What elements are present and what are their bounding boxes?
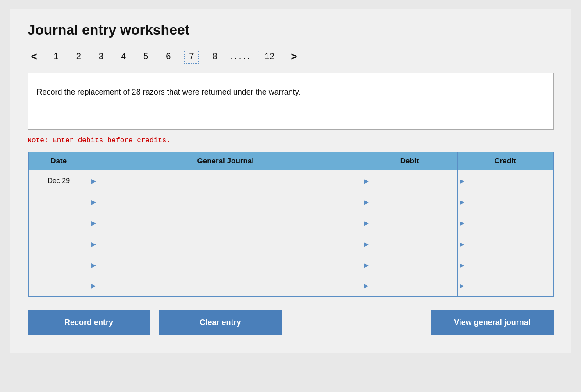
prev-arrow[interactable]: < bbox=[28, 49, 41, 64]
journal-cell-4[interactable]: ▶ bbox=[89, 254, 362, 275]
cell-arrow-icon: ▶ bbox=[362, 282, 369, 289]
view-journal-button[interactable]: View general journal bbox=[431, 310, 554, 335]
debit-cell-3[interactable]: ▶ bbox=[362, 233, 457, 254]
cell-arrow-icon: ▶ bbox=[89, 261, 96, 268]
date-cell-1 bbox=[28, 191, 89, 212]
page-3[interactable]: 3 bbox=[94, 49, 108, 63]
journal-input-2[interactable] bbox=[96, 212, 362, 233]
credit-cell-5[interactable]: ▶ bbox=[457, 275, 553, 297]
cell-arrow-icon: ▶ bbox=[362, 198, 369, 205]
description-box: Record the replacement of 28 razors that… bbox=[28, 73, 554, 130]
journal-input-3[interactable] bbox=[96, 233, 362, 254]
cell-arrow-icon: ▶ bbox=[458, 198, 464, 205]
page-title: Journal entry worksheet bbox=[28, 22, 554, 38]
cell-arrow-icon: ▶ bbox=[89, 177, 96, 184]
debit-input-3[interactable] bbox=[369, 233, 457, 254]
debit-input-2[interactable] bbox=[369, 212, 457, 233]
debit-cell-1[interactable]: ▶ bbox=[362, 191, 457, 212]
header-credit: Credit bbox=[457, 152, 553, 170]
journal-table: Date General Journal Debit Credit Dec 29… bbox=[28, 152, 554, 297]
clear-entry-button[interactable]: Clear entry bbox=[159, 310, 282, 335]
date-cell-0: Dec 29 bbox=[28, 170, 89, 191]
cell-arrow-icon: ▶ bbox=[458, 177, 464, 184]
debit-cell-5[interactable]: ▶ bbox=[362, 275, 457, 297]
record-entry-button[interactable]: Record entry bbox=[28, 310, 150, 335]
table-row: ▶▶▶ bbox=[28, 212, 553, 233]
journal-input-1[interactable] bbox=[96, 191, 362, 212]
header-debit: Debit bbox=[362, 152, 457, 170]
header-journal: General Journal bbox=[89, 152, 362, 170]
debit-input-0[interactable] bbox=[369, 170, 457, 191]
credit-cell-3[interactable]: ▶ bbox=[457, 233, 553, 254]
cell-arrow-icon: ▶ bbox=[362, 240, 369, 247]
header-date: Date bbox=[28, 152, 89, 170]
page-6[interactable]: 6 bbox=[161, 49, 175, 63]
journal-input-4[interactable] bbox=[96, 254, 362, 275]
table-row: ▶▶▶ bbox=[28, 275, 553, 297]
credit-cell-4[interactable]: ▶ bbox=[457, 254, 553, 275]
page-7[interactable]: 7 bbox=[184, 49, 199, 64]
debit-input-1[interactable] bbox=[369, 191, 457, 212]
credit-cell-1[interactable]: ▶ bbox=[457, 191, 553, 212]
debit-input-5[interactable] bbox=[369, 275, 457, 296]
credit-input-4[interactable] bbox=[464, 254, 553, 275]
journal-cell-2[interactable]: ▶ bbox=[89, 212, 362, 233]
credit-input-5[interactable] bbox=[464, 275, 553, 296]
journal-cell-1[interactable]: ▶ bbox=[89, 191, 362, 212]
journal-cell-5[interactable]: ▶ bbox=[89, 275, 362, 297]
pagination-ellipsis: ..... bbox=[231, 51, 252, 61]
table-row: ▶▶▶ bbox=[28, 191, 553, 212]
cell-arrow-icon: ▶ bbox=[89, 198, 96, 205]
debit-cell-0[interactable]: ▶ bbox=[362, 170, 457, 191]
page-5[interactable]: 5 bbox=[139, 49, 153, 63]
credit-input-0[interactable] bbox=[464, 170, 553, 191]
cell-arrow-icon: ▶ bbox=[362, 177, 369, 184]
page-1[interactable]: 1 bbox=[50, 49, 63, 63]
journal-input-5[interactable] bbox=[96, 275, 362, 296]
journal-cell-0[interactable]: ▶ bbox=[89, 170, 362, 191]
credit-cell-2[interactable]: ▶ bbox=[457, 212, 553, 233]
page-container: Journal entry worksheet < 1 2 3 4 5 6 7 … bbox=[10, 9, 571, 353]
cell-arrow-icon: ▶ bbox=[89, 219, 96, 226]
cell-arrow-icon: ▶ bbox=[458, 240, 464, 247]
journal-cell-3[interactable]: ▶ bbox=[89, 233, 362, 254]
date-cell-2 bbox=[28, 212, 89, 233]
page-12[interactable]: 12 bbox=[260, 49, 278, 63]
cell-arrow-icon: ▶ bbox=[89, 240, 96, 247]
page-8[interactable]: 8 bbox=[208, 49, 221, 63]
credit-input-3[interactable] bbox=[464, 233, 553, 254]
page-2[interactable]: 2 bbox=[72, 49, 86, 63]
cell-arrow-icon: ▶ bbox=[89, 282, 96, 289]
cell-arrow-icon: ▶ bbox=[362, 219, 369, 226]
cell-arrow-icon: ▶ bbox=[458, 282, 464, 289]
cell-arrow-icon: ▶ bbox=[362, 261, 369, 268]
table-row: ▶▶▶ bbox=[28, 254, 553, 275]
buttons-row: Record entry Clear entry View general jo… bbox=[28, 310, 554, 335]
debit-cell-2[interactable]: ▶ bbox=[362, 212, 457, 233]
table-header-row: Date General Journal Debit Credit bbox=[28, 152, 553, 170]
page-4[interactable]: 4 bbox=[117, 49, 130, 63]
credit-input-1[interactable] bbox=[464, 191, 553, 212]
debit-cell-4[interactable]: ▶ bbox=[362, 254, 457, 275]
debit-input-4[interactable] bbox=[369, 254, 457, 275]
date-cell-3 bbox=[28, 233, 89, 254]
description-text: Record the replacement of 28 razors that… bbox=[37, 86, 545, 98]
table-row: Dec 29▶▶▶ bbox=[28, 170, 553, 191]
pagination: < 1 2 3 4 5 6 7 8 ..... 12 > bbox=[28, 49, 554, 64]
credit-input-2[interactable] bbox=[464, 212, 553, 233]
journal-input-0[interactable] bbox=[96, 170, 362, 191]
date-cell-5 bbox=[28, 275, 89, 297]
cell-arrow-icon: ▶ bbox=[458, 219, 464, 226]
note-text: Note: Enter debits before credits. bbox=[28, 137, 554, 145]
cell-arrow-icon: ▶ bbox=[458, 261, 464, 268]
date-cell-4 bbox=[28, 254, 89, 275]
next-arrow[interactable]: > bbox=[288, 49, 301, 64]
credit-cell-0[interactable]: ▶ bbox=[457, 170, 553, 191]
table-row: ▶▶▶ bbox=[28, 233, 553, 254]
